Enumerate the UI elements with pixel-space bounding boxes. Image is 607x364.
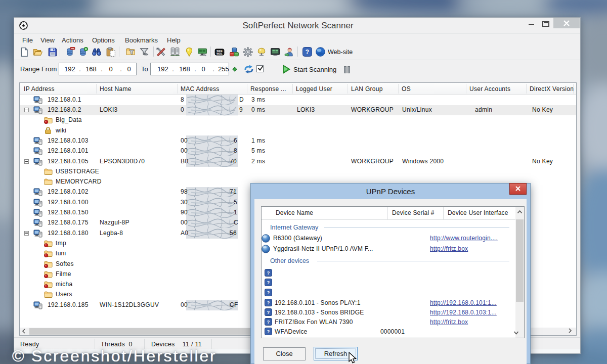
svg-text:?: ? bbox=[267, 290, 270, 295]
svg-text:?: ? bbox=[267, 329, 270, 334]
svg-text:?: ? bbox=[267, 309, 270, 315]
svg-text:?: ? bbox=[267, 300, 270, 305]
svg-text:?: ? bbox=[267, 270, 270, 276]
svg-text:?: ? bbox=[267, 280, 270, 285]
svg-text:?: ? bbox=[306, 49, 309, 56]
svg-text:WOL: WOL bbox=[216, 52, 223, 55]
svg-text:?: ? bbox=[267, 319, 270, 325]
